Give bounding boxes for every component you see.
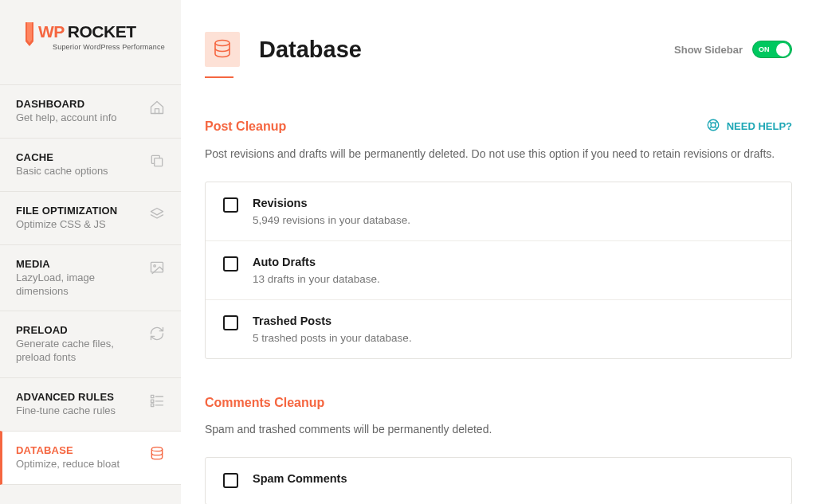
section-comments-cleanup: Comments CleanupSpam and trashed comment… [205,396,792,504]
option-title: Trashed Posts [253,315,774,327]
nav-item-media[interactable]: MEDIA LazyLoad, image dimensions [0,244,181,311]
option-row: Auto Drafts 13 drafts in your database. [206,241,791,300]
toggle-on-label: ON [759,45,770,53]
section-title: Comments Cleanup [205,396,324,410]
database-icon [205,32,240,67]
nav-item-title: CACHE [16,151,143,163]
options-box: Revisions 5,949 revisions in your databa… [205,182,792,359]
header-underline [205,76,233,78]
copy-icon [149,153,165,172]
option-desc: 5 trashed posts in your database. [253,332,774,344]
svg-line-15 [715,127,717,129]
toggle-knob [776,43,790,57]
nav-item-title: MEDIA [16,258,143,270]
nav-item-desc: Optimize, reduce bloat [16,458,143,471]
svg-rect-9 [151,404,154,406]
option-row: Spam Comments [206,458,791,504]
nav-item-title: DASHBOARD [16,98,143,110]
option-desc: 13 drafts in your database. [253,273,774,285]
option-checkbox[interactable] [223,315,238,330]
section-title: Post Cleanup [205,119,286,134]
nav-item-desc: LazyLoad, image dimensions [16,272,143,299]
section-post-cleanup: Post Cleanup NEED HELP? Post revisions a… [205,118,792,359]
brand-name-part2: ROCKET [68,22,136,41]
nav-item-cache[interactable]: CACHE Basic cache options [0,138,181,191]
nav-item-title: ADVANCED RULES [16,391,143,403]
section-desc: Post revisions and drafts will be perman… [205,146,792,162]
image-icon [149,260,165,279]
page-title: Database [259,37,362,63]
svg-rect-5 [151,400,154,402]
option-desc: 5,949 revisions in your database. [253,214,774,226]
svg-line-14 [709,121,712,123]
nav: DASHBOARD Get help, account info CACHE B… [0,84,181,485]
layers-icon [149,206,165,225]
sidebar: WP ROCKET Superior WordPress Performance… [0,0,181,504]
svg-point-11 [215,41,230,46]
home-icon [149,100,165,119]
svg-line-16 [709,127,712,129]
option-row: Revisions 5,949 revisions in your databa… [206,182,791,241]
nav-item-desc: Optimize CSS & JS [16,218,143,232]
nav-item-desc: Fine-tune cache rules [16,404,143,418]
page-header: Database Show Sidebar ON [205,32,792,67]
database-icon [149,446,165,465]
rocket-ribbon-icon [24,22,35,53]
nav-item-preload[interactable]: PRELOAD Generate cache files, preload fo… [0,311,181,377]
option-checkbox[interactable] [223,256,238,272]
refresh-icon [149,326,165,345]
nav-item-title: DATABASE [16,444,143,456]
option-title: Spam Comments [253,472,774,485]
svg-point-13 [711,123,716,127]
option-title: Revisions [253,197,774,209]
lifebuoy-icon [706,118,720,135]
nav-item-title: PRELOAD [16,324,143,336]
brand-tagline: Superior WordPress Performance [53,43,165,51]
svg-rect-0 [155,158,163,166]
nav-item-desc: Get help, account info [16,111,143,125]
section-desc: Spam and trashed comments will be perman… [205,421,792,438]
brand-name-part1: WP [38,22,65,41]
list-icon [149,393,165,412]
nav-item-file-optimization[interactable]: FILE OPTIMIZATION Optimize CSS & JS [0,191,181,244]
nav-item-advanced-rules[interactable]: ADVANCED RULES Fine-tune cache rules [0,377,181,431]
need-help-label: NEED HELP? [727,120,792,132]
svg-rect-2 [151,262,163,272]
nav-item-database[interactable]: DATABASE Optimize, reduce bloat [0,431,181,485]
options-box: Spam Comments [205,457,792,504]
need-help-button[interactable]: NEED HELP? [706,118,792,135]
nav-item-title: FILE OPTIMIZATION [16,205,143,217]
nav-item-desc: Basic cache options [16,165,143,178]
option-title: Auto Drafts [253,256,774,268]
option-row: Trashed Posts 5 trashed posts in your da… [206,300,791,358]
show-sidebar-label: Show Sidebar [674,44,743,56]
svg-point-3 [154,264,156,267]
option-checkbox[interactable] [223,473,238,488]
show-sidebar-toggle[interactable]: ON [752,41,792,58]
nav-item-desc: Generate cache files, preload fonts [16,338,143,365]
svg-marker-1 [151,208,163,214]
brand-logo: WP ROCKET Superior WordPress Performance [0,0,181,84]
main-content: Database Show Sidebar ON Post Cleanup NE… [181,0,816,504]
option-checkbox[interactable] [223,197,238,213]
svg-line-17 [715,121,717,123]
nav-item-dashboard[interactable]: DASHBOARD Get help, account info [0,84,181,138]
svg-rect-4 [151,396,154,398]
svg-point-10 [151,447,162,451]
